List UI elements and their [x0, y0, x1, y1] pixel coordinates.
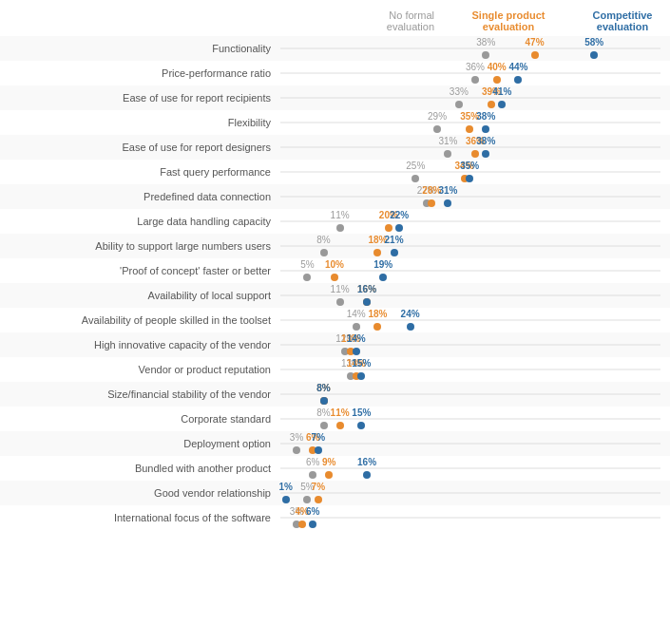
track-line-3	[280, 123, 660, 123]
dot-orange-19	[298, 521, 306, 528]
pct-label-gray-16: 3%	[290, 432, 303, 443]
dot-blue-16	[315, 446, 322, 454]
row-1: Price-performance ratio36%40%44%	[0, 61, 670, 85]
dot-gray-17	[309, 471, 316, 479]
track-line-4	[280, 147, 660, 148]
row-10: Availability of local support11%16%16%	[0, 283, 670, 308]
dot-blue-11	[407, 323, 414, 331]
row-label-0: Functionality	[0, 43, 280, 54]
dot-gray-5	[412, 175, 419, 182]
row-label-10: Availability of local support	[0, 290, 280, 301]
track-line-9	[280, 271, 660, 272]
pct-label-blue-18: 1%	[278, 482, 292, 492]
pct-label-blue-19: 6%	[306, 506, 319, 517]
dot-orange-6	[428, 199, 435, 207]
dot-blue-7	[395, 224, 403, 232]
row-track-16: 3%6%7%	[280, 431, 670, 456]
row-13: Vendor or product reputation13%14%15%	[0, 357, 670, 382]
dot-gray-1	[471, 76, 479, 84]
row-track-3: 29%35%38%	[280, 110, 670, 135]
row-track-6: 27%28%31%	[280, 184, 670, 209]
pct-label-blue-14: 8%	[316, 383, 330, 393]
row-9: 'Proof of concept' faster or better5%10%…	[0, 258, 670, 283]
dot-blue-18	[282, 496, 290, 503]
pct-label-blue-4: 38%	[476, 136, 495, 146]
row-label-12: High innovative capacity of the vendor	[0, 339, 280, 350]
row-label-15: Corporate standard	[0, 413, 280, 425]
dot-blue-1	[514, 76, 522, 84]
dot-gray-3	[433, 125, 441, 133]
row-3: Flexibility29%35%38%	[0, 110, 670, 135]
pct-label-blue-2: 41%	[492, 86, 511, 97]
row-label-2: Ease of use for report recipients	[0, 92, 280, 104]
dot-gray-10	[336, 298, 344, 306]
dot-blue-9	[379, 274, 387, 281]
track-line-18	[280, 493, 660, 494]
row-label-16: Deployment option	[0, 438, 280, 449]
row-track-7: 11%20%22%	[280, 209, 670, 234]
row-label-13: Vendor or product reputation	[0, 364, 280, 375]
dot-orange-15	[336, 422, 344, 429]
row-track-14: 8%8%8%	[280, 382, 670, 407]
header-competitive: Competitiveevaluation	[575, 9, 670, 32]
pct-label-blue-12: 14%	[347, 333, 366, 344]
dot-gray-9	[303, 274, 311, 281]
dot-orange-2	[488, 101, 495, 108]
pct-label-orange-9: 10%	[325, 259, 344, 270]
dot-gray-7	[336, 224, 344, 232]
track-line-8	[280, 246, 660, 247]
row-label-3: Flexibility	[0, 117, 280, 128]
pct-label-gray-15: 8%	[316, 407, 330, 418]
pct-label-blue-8: 21%	[385, 235, 404, 245]
dot-orange-11	[373, 323, 381, 331]
row-17: Bundled with another product6%9%16%	[0, 456, 670, 481]
row-label-17: Bundled with another product	[0, 463, 280, 474]
row-track-1: 36%40%44%	[280, 61, 670, 85]
dot-blue-17	[363, 471, 371, 479]
track-line-1	[280, 73, 660, 74]
track-line-15	[280, 419, 660, 420]
chart-rows: Functionality38%47%58%Price-performance …	[0, 36, 670, 530]
row-label-19: International focus of the software	[0, 512, 280, 523]
row-track-19: 3%4%6%	[280, 505, 670, 530]
track-line-0	[280, 48, 660, 49]
row-label-6: Predefined data connection	[0, 191, 280, 202]
dot-blue-5	[466, 175, 473, 182]
dot-blue-12	[353, 348, 360, 355]
row-15: Corporate standard8%11%15%	[0, 407, 670, 431]
pct-label-orange-0: 47%	[526, 37, 545, 47]
row-track-15: 8%11%15%	[280, 407, 670, 431]
dot-blue-4	[482, 150, 489, 158]
row-4: Ease of use for report designers31%36%38…	[0, 135, 670, 160]
dot-gray-11	[353, 323, 360, 331]
row-12: High innovative capacity of the vendor12…	[0, 332, 670, 357]
pct-label-blue-1: 44%	[508, 62, 527, 72]
pct-label-gray-17: 6%	[306, 457, 319, 467]
row-track-2: 33%39%41%	[280, 85, 670, 110]
dot-blue-0	[590, 51, 598, 59]
dot-blue-2	[498, 101, 506, 108]
row-8: Ability to support large numbers users8%…	[0, 234, 670, 258]
dot-gray-18	[303, 496, 311, 503]
row-label-14: Size/financial stability of the vendor	[0, 388, 280, 400]
row-track-0: 38%47%58%	[280, 36, 670, 61]
pct-label-gray-9: 5%	[300, 259, 314, 270]
dot-orange-7	[385, 224, 392, 232]
track-line-6	[280, 197, 660, 198]
pct-label-gray-5: 25%	[406, 161, 425, 171]
row-label-18: Good vendor relationship	[0, 487, 280, 499]
track-line-14	[280, 394, 660, 395]
track-line-5	[280, 172, 660, 173]
dot-blue-13	[357, 372, 365, 380]
pct-label-gray-10: 11%	[331, 284, 350, 294]
pct-label-blue-6: 31%	[438, 185, 457, 196]
pct-label-blue-10: 16%	[357, 284, 376, 294]
dot-orange-9	[331, 274, 338, 281]
pct-label-blue-3: 38%	[476, 111, 495, 122]
dot-orange-0	[531, 51, 539, 59]
header-no-formal: No formalevaluation	[280, 9, 442, 32]
row-track-4: 31%36%38%	[280, 135, 670, 160]
pct-label-blue-7: 22%	[390, 210, 409, 220]
pct-label-gray-0: 38%	[476, 37, 495, 47]
track-line-2	[280, 98, 660, 99]
